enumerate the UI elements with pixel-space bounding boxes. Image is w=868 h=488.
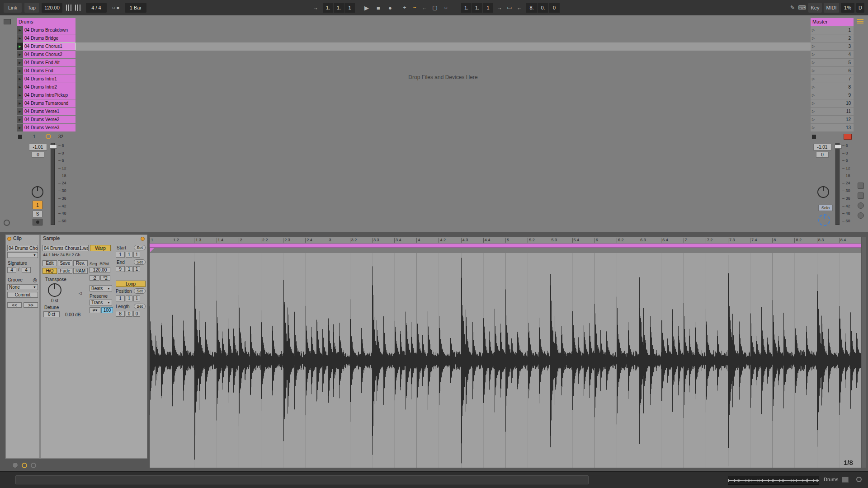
scene-slot[interactable]: ▷10 bbox=[811, 99, 854, 107]
cue-volume-knob[interactable] bbox=[818, 214, 830, 226]
scene-launch-button[interactable]: ▷ bbox=[812, 61, 815, 65]
loop-length-bars[interactable]: 8. bbox=[526, 3, 537, 13]
clip-name[interactable]: 04 Drums End bbox=[23, 67, 75, 75]
loop-length-field[interactable]: 8. 0. 0 bbox=[526, 3, 560, 13]
position-sixteenths-field[interactable]: 1 bbox=[133, 296, 140, 301]
scene-launch-button[interactable]: ▷ bbox=[812, 109, 815, 113]
clip-launch-button[interactable]: ▶ bbox=[17, 99, 23, 107]
overview-toggle-icon[interactable] bbox=[857, 19, 863, 24]
nudge-forward-button[interactable]: >> bbox=[24, 302, 38, 308]
half-tempo-button[interactable]: :2 bbox=[90, 275, 99, 281]
transpose-knob[interactable] bbox=[48, 283, 61, 297]
arr-pos-sixteenths[interactable]: 1 bbox=[344, 3, 355, 13]
position-beats-field[interactable]: 1 bbox=[126, 296, 132, 301]
clip-launch-button[interactable]: ▶ bbox=[17, 34, 23, 42]
start-set-button[interactable]: Set bbox=[134, 245, 146, 250]
midi-map-button[interactable]: MIDI bbox=[824, 3, 839, 13]
ram-toggle[interactable]: RAM bbox=[73, 268, 88, 274]
fader-handle[interactable] bbox=[50, 145, 57, 149]
clip-name[interactable]: 04 Drums Verse3 bbox=[23, 124, 75, 131]
beat-ruler[interactable]: 11.21.31.422.22.32.433.23.33.444.24.34.4… bbox=[150, 237, 861, 244]
scene-slot[interactable]: ▷6 bbox=[811, 67, 854, 75]
nudge-down-icon[interactable] bbox=[66, 5, 72, 11]
scene-launch-button[interactable]: ▷ bbox=[812, 69, 815, 73]
loop-start-sixteenths[interactable]: 1 bbox=[483, 3, 493, 13]
track-arm-button[interactable] bbox=[33, 219, 42, 225]
scene-launch-button[interactable]: ▷ bbox=[812, 117, 815, 122]
loop-start-beats[interactable]: 1. bbox=[472, 3, 482, 13]
clip-slot[interactable]: ▶04 Drums End Alt bbox=[17, 59, 75, 66]
sends-section-toggle[interactable] bbox=[858, 192, 864, 199]
clip-name[interactable]: 04 Drums Bridge bbox=[23, 34, 75, 42]
overdub-toggle[interactable]: + bbox=[401, 3, 409, 13]
reverse-button[interactable]: Rev. bbox=[73, 260, 88, 266]
clip-slot[interactable]: ▶04 Drums Bridge bbox=[17, 34, 75, 42]
double-tempo-button[interactable]: *2 bbox=[100, 275, 110, 281]
draw-mode-icon[interactable]: ✎ bbox=[788, 3, 797, 13]
loop-length-sixteenths[interactable]: 0 bbox=[549, 3, 560, 13]
warp-toggle[interactable]: Warp bbox=[90, 245, 111, 251]
fade-toggle[interactable]: Fade bbox=[58, 268, 72, 274]
loop-start-field[interactable]: 1. 1. 1 bbox=[461, 3, 493, 13]
start-sixteenths-field[interactable]: 1 bbox=[133, 252, 140, 258]
session-arrangement-toggle[interactable] bbox=[4, 19, 11, 24]
play-button[interactable]: ▶ bbox=[362, 3, 372, 13]
clip-name[interactable]: 04 Drums Breakdown bbox=[23, 26, 75, 34]
clip-view-selector-icon[interactable] bbox=[12, 462, 18, 468]
clip-name-field[interactable]: 04 Drums Chorus1 bbox=[7, 245, 38, 251]
mixer-section-toggle[interactable] bbox=[858, 212, 864, 219]
master-volume-fader[interactable] bbox=[835, 143, 840, 225]
clip-launch-button[interactable]: ▶ bbox=[17, 26, 23, 34]
loop-length-beats[interactable]: 0. bbox=[538, 3, 548, 13]
io-section-toggle[interactable] bbox=[858, 183, 864, 189]
scene-launch-button[interactable]: ▷ bbox=[812, 52, 815, 56]
scene-slot[interactable]: ▷9 bbox=[811, 91, 854, 99]
scene-launch-button[interactable]: ▷ bbox=[812, 44, 815, 48]
position-bars-field[interactable]: 1 bbox=[116, 296, 125, 301]
end-set-button[interactable]: Set bbox=[134, 259, 146, 265]
groove-pool-icon[interactable]: ◎ bbox=[33, 277, 37, 283]
clip-sig-numerator[interactable]: 4 bbox=[7, 267, 16, 273]
clip-slot[interactable]: ▶04 Drums Chorus2 bbox=[17, 51, 75, 58]
loop-start-bars[interactable]: 1. bbox=[461, 3, 472, 13]
preserve-chooser[interactable]: Trans▼ bbox=[90, 300, 112, 305]
track-pan-knob[interactable] bbox=[32, 186, 43, 198]
track-volume-field[interactable]: -1.01 bbox=[29, 144, 47, 150]
clip-slot[interactable]: ▶04 Drums End bbox=[17, 67, 75, 75]
warp-mode-chooser[interactable]: Beats▼ bbox=[90, 285, 112, 291]
fader-handle[interactable] bbox=[835, 145, 842, 149]
scene-launch-button[interactable]: ▷ bbox=[812, 36, 815, 40]
scene-slot[interactable]: ▷7 bbox=[811, 75, 854, 83]
clip-name[interactable]: 04 Drums IntroPickup bbox=[23, 91, 75, 99]
stop-button[interactable]: ■ bbox=[373, 3, 383, 13]
transient-loop-mode-chooser[interactable]: ⇄▾ bbox=[90, 307, 100, 313]
track-volume-fader[interactable] bbox=[51, 143, 55, 225]
clip-launch-button[interactable]: ▶ bbox=[17, 51, 23, 58]
follow-toggle[interactable]: → bbox=[311, 3, 320, 13]
arr-pos-beats[interactable]: 1. bbox=[334, 3, 344, 13]
session-record-button[interactable]: ○ bbox=[441, 3, 450, 13]
sample-view-selector-icon[interactable] bbox=[31, 463, 36, 468]
record-button[interactable]: ● bbox=[385, 3, 395, 13]
clip-name[interactable]: 04 Drums Verse1 bbox=[23, 108, 75, 115]
time-signature-field[interactable]: 4 / 4 bbox=[86, 3, 107, 13]
re-enable-automation-button[interactable]: ← bbox=[420, 3, 429, 13]
clip-sig-denominator[interactable]: 4 bbox=[22, 267, 31, 273]
clip-name[interactable]: 04 Drums Intro2 bbox=[23, 83, 75, 91]
quantization-menu[interactable]: 1 Bar bbox=[125, 3, 146, 13]
start-marker-icon[interactable] bbox=[150, 248, 154, 252]
save-button[interactable]: Save bbox=[58, 260, 72, 266]
track-pan-field[interactable]: 0 bbox=[32, 152, 44, 158]
clip-overview-strip[interactable] bbox=[728, 476, 819, 485]
nudge-back-button[interactable]: << bbox=[7, 302, 22, 308]
clip-name[interactable]: 04 Drums Turnaround bbox=[23, 99, 75, 107]
seg-bpm-field[interactable]: 120.00 bbox=[90, 267, 110, 273]
current-track-icon[interactable] bbox=[842, 477, 849, 483]
master-pan-knob[interactable] bbox=[817, 186, 829, 198]
nudge-up-icon[interactable] bbox=[75, 5, 81, 11]
scene-slot[interactable]: ▷13 bbox=[811, 124, 854, 131]
length-sixteenths-field[interactable]: 0 bbox=[133, 311, 140, 317]
clip-launch-button[interactable]: ▶ bbox=[17, 59, 23, 66]
end-beats-field[interactable]: 1 bbox=[126, 266, 132, 272]
hiq-toggle[interactable]: HiQ bbox=[42, 268, 57, 274]
